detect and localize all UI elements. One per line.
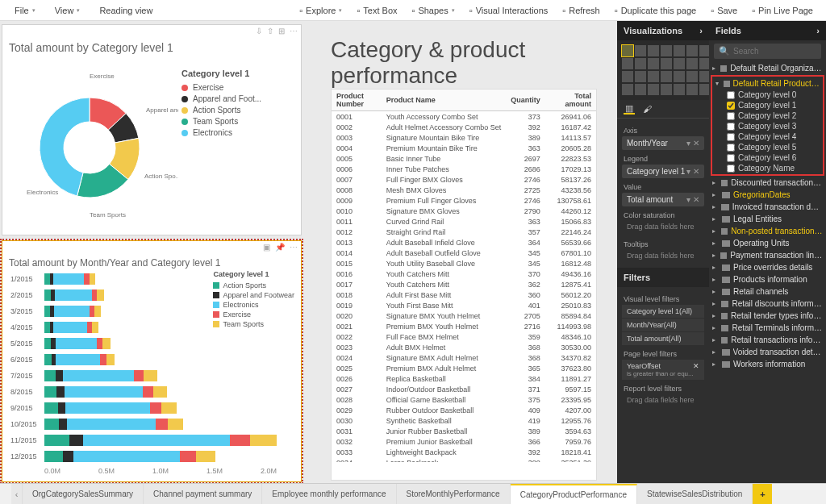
field-group[interactable]: ▾Default Retail Product Categor... bbox=[712, 77, 823, 90]
field-group[interactable]: ▸Retail discounts information bbox=[709, 298, 826, 310]
legend-well[interactable]: Category level 1▾ ✕ bbox=[622, 165, 704, 178]
viz-type-23[interactable] bbox=[648, 84, 659, 95]
table-row[interactable]: 0007Full Finger BMX Gloves274658137.26 bbox=[332, 174, 596, 185]
field-group[interactable]: ▸Voided transaction details bbox=[709, 346, 826, 358]
viz-type-3[interactable] bbox=[661, 45, 672, 56]
legend-item[interactable]: Exercise bbox=[181, 83, 261, 92]
field-item[interactable]: Category level 1 bbox=[712, 100, 823, 110]
fields-tab-icon[interactable]: ▥ bbox=[624, 103, 635, 115]
viz-type-11[interactable] bbox=[674, 58, 685, 69]
viz-type-9[interactable] bbox=[648, 58, 659, 69]
table-row[interactable]: 0020Signature BMX Youth Helmet270585894.… bbox=[332, 310, 596, 321]
field-item[interactable]: Category level 2 bbox=[712, 110, 823, 121]
menu-file[interactable]: File ▾ bbox=[6, 3, 44, 18]
field-group[interactable]: ▸Discounted transaction details bbox=[709, 177, 826, 189]
table-row[interactable]: 0026Replica Basketball38411891.27 bbox=[332, 373, 596, 384]
legend-item[interactable]: Electronics bbox=[181, 128, 261, 137]
legend-item[interactable]: Action Sports bbox=[181, 106, 261, 115]
viz-type-14[interactable] bbox=[622, 71, 633, 82]
field-group[interactable]: ▸Payment transaction lines deta... bbox=[709, 249, 826, 261]
table-visual[interactable]: Product NumberProduct NameQuantityTotal … bbox=[331, 89, 597, 481]
viz-type-26[interactable] bbox=[686, 84, 698, 95]
viz-type-0[interactable] bbox=[622, 45, 633, 56]
table-row[interactable]: 0023Adult BMX Helmet36830530.00 bbox=[332, 342, 596, 352]
table-row[interactable]: 0019Youth First Base Mitt40125010.83 bbox=[332, 300, 596, 310]
table-row[interactable]: 0021Premium BMX Youth Helmet2716114993.9… bbox=[332, 321, 596, 331]
add-sheet-button[interactable]: + bbox=[753, 484, 772, 504]
table-row[interactable]: 0017Youth Catchers Mitt36212875.41 bbox=[332, 279, 596, 289]
field-checkbox[interactable] bbox=[727, 123, 735, 131]
viz-type-4[interactable] bbox=[674, 45, 685, 56]
viz-type-13[interactable] bbox=[699, 58, 709, 69]
bar-chart-visual[interactable]: ▣ 📌 ⋯ Total amount by Month/Year and Cat… bbox=[2, 240, 302, 482]
field-checkbox[interactable] bbox=[727, 165, 735, 173]
table-row[interactable]: 0014Adult Baseball Outfield Glove3456780… bbox=[332, 248, 596, 258]
table-row[interactable]: 0005Basic Inner Tube269722823.53 bbox=[332, 153, 596, 164]
more-icon[interactable]: ⋯ bbox=[290, 243, 298, 254]
field-checkbox[interactable] bbox=[727, 133, 735, 141]
pin-button[interactable]: ▫Pin Live Page bbox=[745, 3, 820, 18]
explore-button[interactable]: ▫Explore ▾ bbox=[293, 3, 348, 18]
table-row[interactable]: 0028Official Game Basketball37523395.95 bbox=[332, 394, 596, 405]
field-group[interactable]: ▸Default Retail Organization Hie... bbox=[709, 62, 826, 74]
format-tab-icon[interactable]: 🖌 bbox=[641, 103, 653, 115]
report-canvas[interactable]: ⇩ ⇧ ⊞ ⋯ Total amount by Category level 1… bbox=[0, 21, 617, 483]
field-checkbox[interactable] bbox=[727, 91, 735, 99]
visual-filter[interactable]: Category level 1(All) bbox=[622, 305, 704, 318]
collapse-icon[interactable]: › bbox=[816, 26, 820, 35]
table-row[interactable]: 0002Adult Helmet Accessory Combo Set3921… bbox=[332, 122, 596, 132]
field-checkbox[interactable] bbox=[727, 112, 735, 120]
expand-icon[interactable]: ⊞ bbox=[278, 27, 285, 38]
viz-type-5[interactable] bbox=[686, 45, 698, 56]
table-row[interactable]: 0015Youth Utility Baseball Glove34516812… bbox=[332, 258, 596, 269]
table-row[interactable]: 0034Large Backpack38035351.39 bbox=[332, 457, 596, 462]
drill-up-icon[interactable]: ⇧ bbox=[267, 27, 273, 38]
viz-type-15[interactable] bbox=[635, 71, 646, 82]
field-item[interactable]: Category level 3 bbox=[712, 121, 823, 131]
field-item[interactable]: Category Name bbox=[712, 163, 823, 173]
donut-chart-visual[interactable]: ⇩ ⇧ ⊞ ⋯ Total amount by Category level 1… bbox=[2, 24, 302, 235]
viz-type-6[interactable] bbox=[699, 45, 709, 56]
sheet-tab[interactable]: Channel payment summary bbox=[144, 484, 262, 504]
table-row[interactable]: 0010Signature BMX Gloves279044260.12 bbox=[332, 206, 596, 216]
table-row[interactable]: 0024Signature BMX Adult Helmet36834370.8… bbox=[332, 352, 596, 363]
table-row[interactable]: 0029Rubber Outdoor Basketball4094207.00 bbox=[332, 405, 596, 415]
axis-well[interactable]: Month/Year▾ ✕ bbox=[622, 136, 704, 150]
viz-type-12[interactable] bbox=[686, 58, 698, 69]
sheet-tab[interactable]: OrgCategorySalesSummary bbox=[23, 484, 144, 504]
page-filter-yearoffset[interactable]: YearOffset✕ is greater than or equ... bbox=[622, 360, 704, 380]
table-row[interactable]: 0004Premium Mountain Bike Tire36320605.2… bbox=[332, 143, 596, 153]
table-row[interactable]: 0009Premium Full Finger Gloves2746130758… bbox=[332, 195, 596, 206]
save-button[interactable]: ▫Save bbox=[704, 3, 744, 18]
table-row[interactable]: 0013Adult Baseball Infield Glove36456539… bbox=[332, 237, 596, 248]
field-item[interactable]: Category level 0 bbox=[712, 90, 823, 100]
table-row[interactable]: 0001Youth Accessory Combo Set37326941.06 bbox=[332, 111, 596, 123]
field-group[interactable]: ▸Retail Terminals information bbox=[709, 322, 826, 334]
table-row[interactable]: 0031Junior Rubber Basketball3893594.63 bbox=[332, 426, 596, 436]
field-group[interactable]: ▸Retail transactions information bbox=[709, 334, 826, 346]
field-group[interactable]: ▸GregorianDates bbox=[709, 189, 826, 201]
table-row[interactable]: 0003Signature Mountain Bike Tire38914113… bbox=[332, 132, 596, 143]
sheet-tab[interactable]: Employee monthly performance bbox=[262, 484, 396, 504]
field-item[interactable]: Category level 6 bbox=[712, 152, 823, 163]
visual-filter[interactable]: Month/Year(All) bbox=[622, 319, 704, 331]
legend-item[interactable]: Apparel and Foot... bbox=[181, 94, 261, 103]
viz-type-7[interactable] bbox=[622, 58, 633, 69]
legend-item[interactable]: Team Sports bbox=[181, 117, 261, 126]
field-group[interactable]: ▸Retail tender types information bbox=[709, 310, 826, 322]
menu-reading-view[interactable]: Reading view bbox=[91, 3, 161, 18]
field-group[interactable]: ▸Workers information bbox=[709, 358, 826, 370]
textbox-button[interactable]: ▫Text Box bbox=[350, 3, 403, 18]
table-row[interactable]: 0011Curved Grind Rail36315066.83 bbox=[332, 216, 596, 227]
focus-icon[interactable]: ▣ bbox=[263, 243, 270, 254]
fields-search-input[interactable] bbox=[733, 47, 816, 56]
field-group[interactable]: ▸Invoiced transaction details bbox=[709, 201, 826, 213]
viz-type-18[interactable] bbox=[674, 71, 685, 82]
sheet-tab[interactable]: StatewiseSalesDistribution bbox=[637, 484, 753, 504]
visualizations-header[interactable]: Visualizations› bbox=[617, 21, 709, 40]
table-row[interactable]: 0016Youth Catchers Mitt37049436.16 bbox=[332, 269, 596, 279]
table-row[interactable]: 0032Premium Junior Basketball3667959.76 bbox=[332, 436, 596, 447]
field-group[interactable]: ▸Price overrides details bbox=[709, 261, 826, 273]
pin-icon[interactable]: 📌 bbox=[275, 243, 285, 254]
drill-down-icon[interactable]: ⇩ bbox=[256, 27, 262, 38]
